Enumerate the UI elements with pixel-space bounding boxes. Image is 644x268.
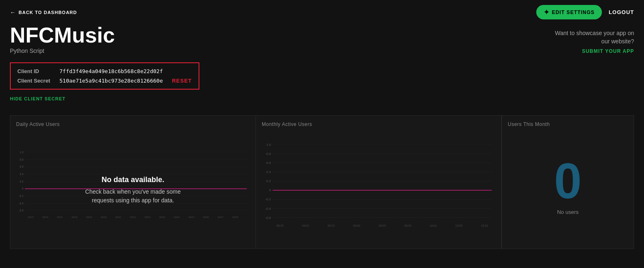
- svg-text:-0.2: -0.2: [19, 194, 24, 197]
- svg-text:08/27: 08/27: [57, 216, 63, 218]
- svg-text:08/28: 08/28: [71, 216, 77, 218]
- daily-chart-inner: 1.0 0.8 0.6 0.4 0.2 0 -0.2 -0.4 -0.6: [16, 131, 250, 243]
- svg-text:10/10: 10/10: [481, 224, 488, 227]
- svg-text:09/25: 09/25: [379, 224, 386, 227]
- svg-text:0.2: 0.2: [266, 179, 271, 183]
- svg-text:09/01: 09/01: [130, 216, 136, 218]
- submit-app-link[interactable]: SUBMIT YOUR APP: [582, 48, 634, 54]
- svg-text:1.0: 1.0: [20, 151, 24, 154]
- back-label: BACK TO DASHBOARD: [19, 10, 77, 15]
- right-promo: Want to showcase your app on our website…: [552, 29, 634, 55]
- top-nav-right: ✦ EDIT SETTINGS LOGOUT: [536, 5, 634, 19]
- daily-chart-title: Daily Active Users: [16, 121, 250, 127]
- svg-text:08/29: 08/29: [86, 216, 92, 218]
- plus-icon: ✦: [544, 8, 549, 16]
- top-nav: ← BACK TO DASHBOARD ✦ EDIT SETTINGS LOGO…: [0, 0, 644, 24]
- svg-text:09/02: 09/02: [144, 216, 150, 218]
- no-users-label: No users: [557, 209, 578, 215]
- users-month-title: Users This Month: [508, 121, 550, 127]
- logout-button[interactable]: LOGOUT: [608, 9, 634, 15]
- page-body: Client ID 7ffd3f49e4a049e18c6b568c8e22d0…: [10, 62, 634, 249]
- no-data-overlay: No data available. Check back when you'v…: [85, 176, 180, 205]
- svg-text:0: 0: [269, 188, 271, 192]
- client-secret-row: Client Secret 510ae71e5a9c41bc973e28ec81…: [17, 78, 192, 84]
- svg-text:08/26: 08/26: [43, 216, 48, 218]
- svg-text:09/05: 09/05: [188, 216, 194, 218]
- monthly-active-users-panel: Monthly Active Users: [256, 116, 502, 249]
- main-content: NFCMusic Python Script Client ID 7ffd3f4…: [0, 24, 644, 259]
- reset-link[interactable]: RESET: [172, 78, 192, 84]
- app-subtitle: Python Script: [10, 47, 634, 54]
- svg-text:1.0: 1.0: [266, 143, 271, 147]
- svg-text:0: 0: [22, 187, 24, 190]
- svg-text:10/01: 10/01: [430, 224, 437, 227]
- promo-text: Want to showcase your app on our website…: [552, 29, 634, 45]
- left-content: Client ID 7ffd3f49e4a049e18c6b568c8e22d0…: [10, 62, 634, 249]
- client-secret-value: 510ae71e5a9c41bc973e28ec8126660e: [59, 78, 163, 84]
- svg-text:09/04: 09/04: [174, 216, 180, 218]
- monthly-chart-inner: 1.0 0.8 0.6 0.4 0.2 0 -0.2 -0.4 -0.6: [262, 131, 495, 243]
- svg-text:08/30: 08/30: [101, 216, 107, 218]
- svg-text:0.4: 0.4: [266, 170, 271, 174]
- svg-text:09/15: 09/15: [327, 224, 335, 227]
- svg-text:-0.4: -0.4: [19, 202, 24, 205]
- monthly-chart-svg: 1.0 0.8 0.6 0.4 0.2 0 -0.2 -0.4 -0.6: [262, 131, 495, 235]
- svg-text:-0.4: -0.4: [265, 207, 271, 211]
- svg-text:09/03: 09/03: [159, 216, 165, 218]
- svg-text:09/08: 09/08: [232, 216, 238, 218]
- app-title: NFCMusic: [10, 24, 634, 46]
- users-this-month-panel: Users This Month 0 No users: [502, 116, 634, 249]
- client-secret-label: Client Secret: [17, 78, 54, 84]
- hide-client-secret-link[interactable]: HIDE CLIENT SECRET: [10, 96, 66, 101]
- edit-settings-label: EDIT SETTINGS: [552, 9, 595, 15]
- monthly-chart-title: Monthly Active Users: [262, 121, 495, 127]
- charts-section: Daily Active Users: [10, 115, 634, 249]
- client-id-value: 7ffd3f49e4a049e18c6b568c8e22d02f: [59, 68, 163, 74]
- no-data-title: No data available.: [85, 176, 180, 184]
- svg-text:08/25: 08/25: [28, 216, 33, 218]
- svg-text:0.4: 0.4: [20, 173, 24, 176]
- svg-text:08/25: 08/25: [276, 224, 284, 227]
- credentials-box: Client ID 7ffd3f49e4a049e18c6b568c8e22d0…: [10, 62, 199, 90]
- svg-text:09/20: 09/20: [353, 224, 360, 227]
- svg-text:0.6: 0.6: [20, 165, 24, 168]
- svg-text:10/05: 10/05: [455, 224, 463, 227]
- svg-text:09/06: 09/06: [203, 216, 209, 218]
- daily-active-users-panel: Daily Active Users: [10, 116, 256, 249]
- svg-text:09/07: 09/07: [218, 216, 223, 218]
- back-arrow-icon: ←: [10, 9, 16, 16]
- svg-text:09/10: 09/10: [302, 224, 309, 227]
- svg-text:0.6: 0.6: [266, 161, 271, 165]
- no-data-desc: Check back when you've made somerequests…: [85, 187, 180, 205]
- svg-text:-0.6: -0.6: [265, 216, 271, 220]
- svg-text:-0.2: -0.2: [265, 197, 271, 201]
- users-count: 0: [554, 156, 582, 206]
- svg-text:0.2: 0.2: [20, 180, 24, 183]
- edit-settings-button[interactable]: ✦ EDIT SETTINGS: [536, 5, 602, 19]
- svg-text:08/31: 08/31: [116, 216, 121, 218]
- svg-text:-0.6: -0.6: [19, 209, 24, 212]
- client-id-label: Client ID: [17, 68, 54, 74]
- svg-text:09/30: 09/30: [404, 224, 412, 227]
- svg-text:0.8: 0.8: [20, 158, 24, 161]
- svg-text:0.8: 0.8: [266, 152, 271, 156]
- back-to-dashboard-link[interactable]: ← BACK TO DASHBOARD: [10, 9, 77, 16]
- client-id-row: Client ID 7ffd3f49e4a049e18c6b568c8e22d0…: [17, 68, 192, 74]
